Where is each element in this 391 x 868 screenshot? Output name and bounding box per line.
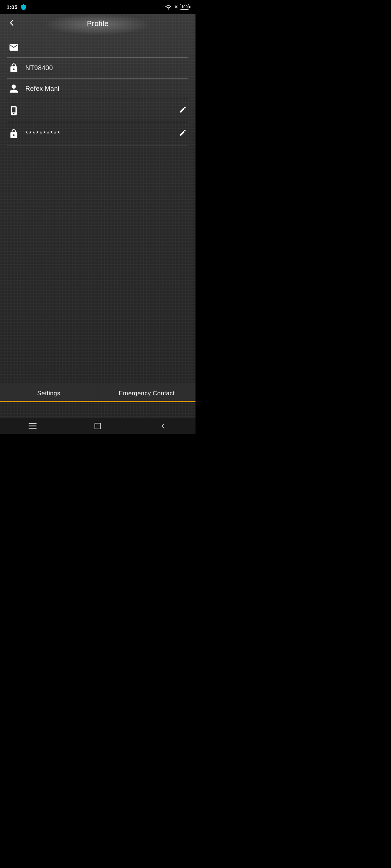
email-icon [7, 42, 20, 52]
password-field-row: ********** [7, 122, 188, 145]
svg-rect-2 [29, 428, 37, 429]
lock-icon-username [7, 63, 20, 73]
shield-icon [20, 4, 27, 10]
status-bar: 1:05 ✕ 100 [0, 0, 196, 14]
password-edit-button[interactable] [177, 127, 188, 140]
email-field-row [7, 37, 188, 58]
name-value: Refex Mani [25, 85, 188, 93]
settings-tab[interactable]: Settings [0, 383, 98, 402]
header: Profile [0, 14, 196, 34]
battery-indicator: 100 [180, 4, 189, 10]
password-value: ********** [25, 129, 177, 138]
username-field-row: NT98400 [7, 58, 188, 78]
app-container: Profile NT98400 [0, 14, 196, 418]
emergency-contact-tab[interactable]: Emergency Contact [98, 383, 196, 402]
lock-icon-password [7, 129, 20, 139]
home-nav-icon[interactable] [90, 418, 106, 434]
bottom-tabs: Settings Emergency Contact [0, 383, 196, 402]
person-icon [7, 84, 20, 94]
wifi-icon [165, 4, 172, 10]
back-nav-icon[interactable] [155, 418, 171, 434]
back-button[interactable] [7, 18, 16, 29]
phone-icon [7, 106, 20, 116]
menu-nav-icon[interactable] [25, 418, 41, 434]
battery-x-icon: ✕ [174, 4, 178, 9]
phone-edit-button[interactable] [177, 104, 188, 117]
name-field-row: Refex Mani [7, 78, 188, 99]
svg-rect-0 [29, 423, 37, 424]
back-chevron-icon [7, 18, 16, 27]
phone-field-row [7, 99, 188, 122]
form-area: NT98400 Refex Mani [0, 34, 196, 149]
status-time: 1:05 [7, 4, 17, 10]
android-nav-bar [0, 418, 196, 434]
page-title: Profile [87, 20, 109, 28]
status-left: 1:05 [7, 4, 27, 10]
username-value: NT98400 [25, 64, 188, 72]
svg-rect-3 [95, 423, 101, 429]
status-right: ✕ 100 [165, 4, 189, 10]
svg-rect-1 [29, 426, 37, 427]
